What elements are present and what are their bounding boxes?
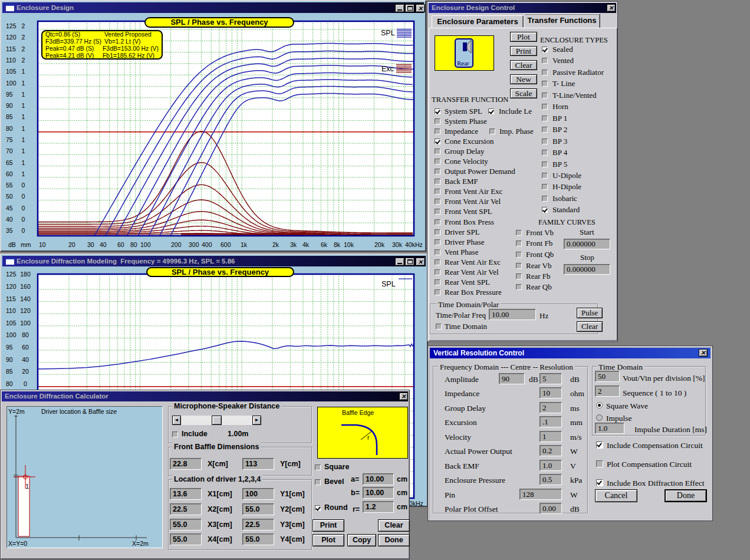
svg-text:r: r [367,434,370,441]
svg-text:SPL: SPL [381,280,396,288]
svg-text:Rear: Rear [457,60,469,67]
svg-text:1: 1 [25,483,29,490]
svg-text:SPL: SPL [381,29,395,37]
svg-text:Exc: Exc [381,65,394,73]
